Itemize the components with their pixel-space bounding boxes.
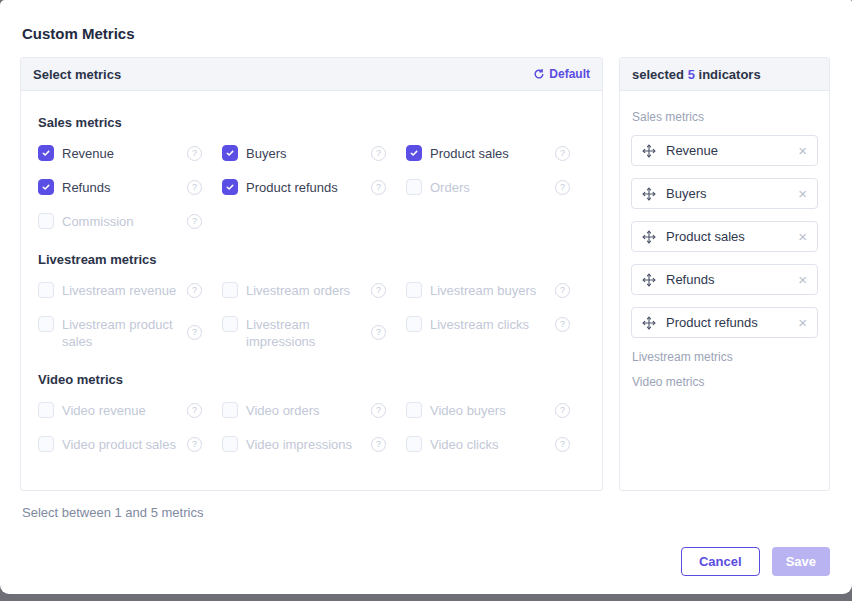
- drag-handle-icon[interactable]: [642, 187, 656, 201]
- help-icon[interactable]: ?: [555, 283, 570, 298]
- help-icon[interactable]: ?: [555, 180, 570, 195]
- metric-option: Commission?: [38, 213, 222, 230]
- checkbox-unchecked-icon: [38, 282, 54, 298]
- selected-indicator-card: Buyers×: [631, 178, 818, 209]
- remove-icon[interactable]: ×: [798, 229, 807, 244]
- metric-option: Video impressions?: [222, 436, 406, 453]
- selected-indicator-label: Product sales: [666, 229, 745, 244]
- metric-option: Livestream revenue?: [38, 282, 222, 299]
- metric-option: Buyers?: [222, 145, 406, 162]
- metric-label: Video orders: [246, 402, 319, 419]
- checkbox-unchecked-icon: [406, 402, 422, 418]
- selected-indicator-label: Product refunds: [666, 315, 758, 330]
- metric-label: Buyers: [246, 145, 286, 162]
- help-icon[interactable]: ?: [371, 146, 386, 161]
- metric-label: Video impressions: [246, 436, 352, 453]
- checkbox-unchecked-icon: [38, 436, 54, 452]
- metric-label: Commission: [62, 213, 134, 230]
- selected-count: 5: [688, 67, 695, 82]
- selected-panel-body: Sales metricsRevenue×Buyers×Product sale…: [620, 91, 829, 408]
- help-icon[interactable]: ?: [371, 403, 386, 418]
- metric-option: Refunds?: [38, 179, 222, 196]
- remove-icon[interactable]: ×: [798, 272, 807, 287]
- metric-label: Livestream product sales: [62, 316, 184, 350]
- custom-metrics-dialog: Custom Metrics Select metrics Default Sa…: [0, 0, 852, 594]
- drag-handle-icon[interactable]: [642, 316, 656, 330]
- page-title: Custom Metrics: [0, 0, 852, 57]
- help-icon[interactable]: ?: [187, 403, 202, 418]
- selected-group-label: Video metrics: [632, 375, 817, 389]
- select-panel-title: Select metrics: [33, 67, 121, 82]
- selected-indicator-label: Refunds: [666, 272, 714, 287]
- selected-group-label: Livestream metrics: [632, 350, 817, 364]
- metric-label: Video buyers: [430, 402, 506, 419]
- help-icon[interactable]: ?: [371, 180, 386, 195]
- metric-option: Video product sales?: [38, 436, 222, 453]
- metric-option: Video clicks?: [406, 436, 590, 453]
- help-icon[interactable]: ?: [371, 325, 386, 340]
- metric-option: Video revenue?: [38, 402, 222, 419]
- help-icon[interactable]: ?: [187, 146, 202, 161]
- cancel-button[interactable]: Cancel: [681, 547, 760, 576]
- selected-indicator-label: Buyers: [666, 186, 706, 201]
- default-button[interactable]: Default: [533, 67, 590, 81]
- selected-indicator-card: Product refunds×: [631, 307, 818, 338]
- metrics-section: Sales metricsRevenue?Buyers?Product sale…: [38, 115, 585, 230]
- selected-indicator-label: Revenue: [666, 143, 718, 158]
- metric-option: Video buyers?: [406, 402, 590, 419]
- footer-buttons: Cancel Save: [681, 547, 830, 576]
- metric-label: Livestream orders: [246, 282, 350, 299]
- metrics-grid: Livestream revenue?Livestream orders?Liv…: [38, 282, 585, 350]
- help-icon[interactable]: ?: [555, 403, 570, 418]
- checkbox-unchecked-icon: [406, 316, 422, 332]
- checkbox-unchecked-icon: [406, 436, 422, 452]
- default-button-label: Default: [549, 67, 590, 81]
- metric-label: Video revenue: [62, 402, 146, 419]
- help-icon[interactable]: ?: [371, 283, 386, 298]
- metric-label: Product refunds: [246, 179, 338, 196]
- metrics-section: Video metricsVideo revenue?Video orders?…: [38, 372, 585, 453]
- metric-label: Revenue: [62, 145, 114, 162]
- checkbox-checked-icon[interactable]: [222, 179, 238, 195]
- checkbox-checked-icon[interactable]: [406, 145, 422, 161]
- metric-option: Revenue?: [38, 145, 222, 162]
- help-icon[interactable]: ?: [187, 214, 202, 229]
- checkbox-unchecked-icon: [406, 179, 422, 195]
- save-button[interactable]: Save: [772, 547, 830, 576]
- help-icon[interactable]: ?: [555, 437, 570, 452]
- checkbox-unchecked-icon: [38, 316, 54, 332]
- checkbox-unchecked-icon: [38, 402, 54, 418]
- drag-handle-icon[interactable]: [642, 230, 656, 244]
- metric-option: Livestream product sales?: [38, 316, 222, 350]
- metrics-section: Livestream metricsLivestream revenue?Liv…: [38, 252, 585, 350]
- selection-hint: Select between 1 and 5 metrics: [0, 491, 852, 534]
- help-icon[interactable]: ?: [555, 317, 570, 332]
- checkbox-unchecked-icon: [222, 282, 238, 298]
- checkbox-checked-icon[interactable]: [38, 145, 54, 161]
- checkbox-unchecked-icon: [222, 436, 238, 452]
- help-icon[interactable]: ?: [555, 146, 570, 161]
- help-icon[interactable]: ?: [187, 325, 202, 340]
- select-metrics-panel: Select metrics Default Sales metricsReve…: [20, 57, 603, 491]
- metric-option: Livestream buyers?: [406, 282, 590, 299]
- help-icon[interactable]: ?: [371, 437, 386, 452]
- metric-label: Video clicks: [430, 436, 498, 453]
- remove-icon[interactable]: ×: [798, 186, 807, 201]
- drag-handle-icon[interactable]: [642, 273, 656, 287]
- selected-panel-title: selected 5 indicators: [632, 67, 761, 82]
- checkbox-checked-icon[interactable]: [38, 179, 54, 195]
- metric-label: Refunds: [62, 179, 110, 196]
- metric-option: Orders?: [406, 179, 590, 196]
- metric-label: Product sales: [430, 145, 509, 162]
- drag-handle-icon[interactable]: [642, 144, 656, 158]
- remove-icon[interactable]: ×: [798, 315, 807, 330]
- metric-label: Livestream buyers: [430, 282, 536, 299]
- remove-icon[interactable]: ×: [798, 143, 807, 158]
- metric-label: Livestream clicks: [430, 316, 529, 333]
- help-icon[interactable]: ?: [187, 180, 202, 195]
- select-panel-header: Select metrics Default: [21, 58, 602, 91]
- checkbox-checked-icon[interactable]: [222, 145, 238, 161]
- help-icon[interactable]: ?: [187, 283, 202, 298]
- help-icon[interactable]: ?: [187, 437, 202, 452]
- metric-option: Livestream orders?: [222, 282, 406, 299]
